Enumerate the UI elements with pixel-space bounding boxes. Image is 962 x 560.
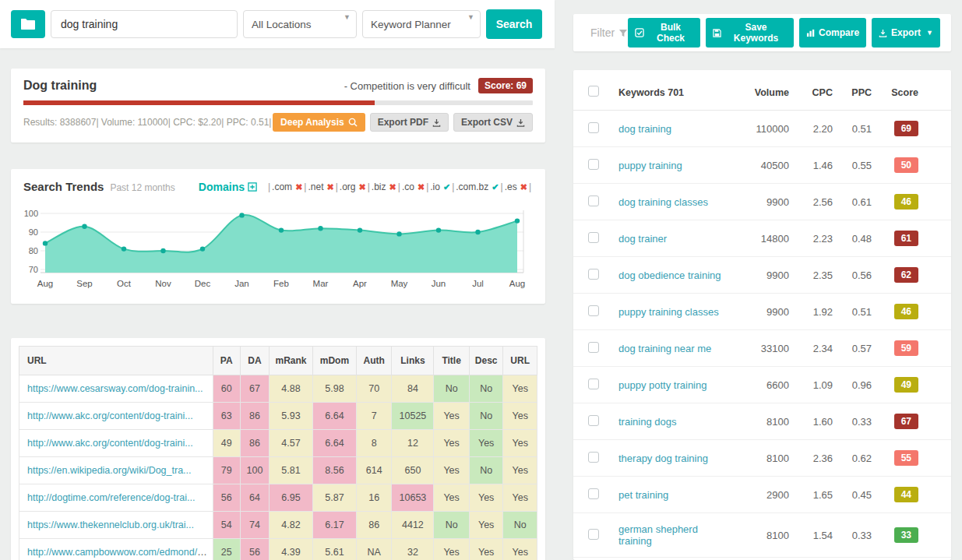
url-cell: https://www.cesarsway.com/dog-trainin... xyxy=(19,375,213,403)
row-checkbox[interactable] xyxy=(588,342,599,353)
row-checkbox[interactable] xyxy=(588,195,599,206)
domain-toggle[interactable]: .com✖ xyxy=(272,181,302,192)
cpc-cell: 2.35 xyxy=(794,257,837,294)
metric-cell: 100 xyxy=(240,457,269,484)
chart-point xyxy=(43,241,48,245)
export-button[interactable]: Export ▼ xyxy=(872,18,940,48)
row-checkbox[interactable] xyxy=(588,379,599,389)
keyword-link[interactable]: dog training classes xyxy=(618,196,708,208)
tool-select[interactable]: Keyword Planner ▼ xyxy=(362,10,481,38)
ppc-cell: 0.57 xyxy=(837,330,876,367)
url-table-row: http://dogtime.com/reference/dog-trai...… xyxy=(19,484,537,512)
right-column: Filter Bulk Check Save Keywords xyxy=(555,0,962,560)
row-checkbox[interactable] xyxy=(588,452,599,463)
row-checkbox[interactable] xyxy=(588,488,599,499)
bulk-check-button[interactable]: Bulk Check xyxy=(628,18,700,48)
url-link[interactable]: http://www.akc.org/content/dog-traini... xyxy=(27,410,193,421)
keyword-link[interactable]: german shepherd training xyxy=(618,523,698,547)
metric-cell: No xyxy=(503,512,537,539)
url-link[interactable]: https://www.cesarsway.com/dog-trainin... xyxy=(27,383,203,394)
domain-toggle[interactable]: .net✖ xyxy=(308,181,333,192)
keyword-link[interactable]: dog training near me xyxy=(618,343,711,354)
metric-cell: 5.61 xyxy=(313,539,357,560)
cpc-cell: 1.81 xyxy=(794,558,837,560)
keyword-link[interactable]: puppy training classes xyxy=(618,306,719,318)
keyword-link[interactable]: training dogs xyxy=(618,416,676,428)
domain-toggle[interactable]: .biz✖ xyxy=(372,181,396,192)
search-button[interactable]: Search xyxy=(486,9,542,39)
compare-button[interactable]: Compare xyxy=(799,18,866,48)
export-pdf-button[interactable]: Export PDF xyxy=(370,113,449,132)
url-table-head-row: URLPADAmRankmDomAuthLinksTitleDescURL xyxy=(19,347,537,375)
deep-analysis-button[interactable]: Deep Analysis xyxy=(273,113,365,132)
cpc-cell: 1.46 xyxy=(794,147,837,184)
url-link[interactable]: https://www.thekennelclub.org.uk/trai... xyxy=(27,519,194,530)
keyword-link[interactable]: therapy dog training xyxy=(618,453,708,464)
save-keywords-button[interactable]: Save Keywords xyxy=(706,18,794,48)
url-link[interactable]: http://dogtime.com/reference/dog-trai... xyxy=(27,492,195,503)
download-icon xyxy=(879,29,887,37)
row-checkbox[interactable] xyxy=(588,232,599,243)
keyword-row: puppy training classes99001.920.5146 xyxy=(573,294,951,330)
keyword-row: german shepherd training81001.540.3333 xyxy=(573,513,951,558)
chart-x-label: Dec xyxy=(195,279,211,288)
metric-cell: Yes xyxy=(503,457,537,484)
export-csv-button[interactable]: Export CSV xyxy=(453,113,533,132)
domain-toggle[interactable]: .es✖ xyxy=(505,181,527,192)
trends-header: Search Trends Past 12 months Domains |.c… xyxy=(23,180,533,193)
projects-folder-button[interactable] xyxy=(11,10,45,38)
keyword-link[interactable]: dog training xyxy=(618,123,671,135)
volume-cell: 14800 xyxy=(733,220,794,257)
volume-cell: 9900 xyxy=(733,184,794,220)
trends-title: Search Trends xyxy=(23,180,104,193)
metric-cell: 6.64 xyxy=(313,403,357,430)
ppc-cell: 0.55 xyxy=(837,147,876,184)
domain-separator: | xyxy=(336,181,338,192)
row-checkbox[interactable] xyxy=(588,159,599,170)
score-cell: 69 xyxy=(876,111,951,147)
url-link[interactable]: http://www.akc.org/content/dog-traini... xyxy=(27,438,193,449)
row-checkbox[interactable] xyxy=(588,415,599,426)
url-link[interactable]: http://www.campbowwow.com/edmond/serv... xyxy=(27,547,213,558)
keyword-cell: dog school xyxy=(614,558,733,560)
keyword-cell: training dogs xyxy=(614,403,733,440)
domains-toggle[interactable]: Domains xyxy=(199,181,257,193)
checkbox-cell xyxy=(573,147,614,184)
row-checkbox[interactable] xyxy=(588,529,599,540)
select-all-checkbox[interactable] xyxy=(588,86,599,97)
domain-toggle[interactable]: .org✖ xyxy=(340,181,366,192)
metric-cell: Yes xyxy=(434,457,470,484)
url-link[interactable]: https://en.wikipedia.org/wiki/Dog_tra... xyxy=(27,465,192,476)
keyword-link[interactable]: puppy training xyxy=(618,160,682,171)
overview-header: Dog training - Competition is very diffi… xyxy=(23,78,533,93)
filter-toggle[interactable]: Filter xyxy=(590,26,628,39)
metric-cell: 4.82 xyxy=(270,512,313,539)
x-icon: ✖ xyxy=(295,182,302,192)
keyword-row: dog training1100002.200.5169 xyxy=(573,111,951,147)
keyword-link[interactable]: puppy potty training xyxy=(618,379,707,391)
metric-cell: 10653 xyxy=(392,484,434,512)
row-checkbox[interactable] xyxy=(588,122,599,133)
row-checkbox[interactable] xyxy=(588,305,599,316)
metric-cell: 7 xyxy=(356,403,392,430)
score-cell: 46 xyxy=(876,184,951,220)
domain-toggle[interactable]: .io✔ xyxy=(430,181,450,192)
keyword-row: puppy potty training66001.090.9649 xyxy=(573,367,951,403)
keyword-link[interactable]: dog trainer xyxy=(618,233,667,245)
row-checkbox[interactable] xyxy=(588,269,599,280)
keyword-link[interactable]: dog obedience training xyxy=(618,269,721,281)
x-icon: ✖ xyxy=(520,182,527,192)
keyword-cell: dog training xyxy=(614,111,733,147)
score-badge: 69 xyxy=(894,121,918,136)
search-bar: All Locations ▼ Keyword Planner ▼ Search xyxy=(0,0,555,48)
keyword-link[interactable]: pet training xyxy=(618,489,668,501)
keyword-search-input[interactable] xyxy=(51,10,238,38)
keywords-table: Keywords 701 Volume CPC PPC Score dog tr… xyxy=(573,70,951,560)
keyword-cell: dog training near me xyxy=(614,330,733,367)
bar-chart-icon xyxy=(806,29,815,37)
location-select[interactable]: All Locations ▼ xyxy=(243,10,357,38)
domain-toggle[interactable]: .com.bz✔ xyxy=(456,181,499,192)
keyword-row: dog training classes99002.560.6146 xyxy=(573,184,951,220)
metric-cell: 16 xyxy=(356,484,392,512)
domain-toggle[interactable]: .co✖ xyxy=(402,181,425,192)
